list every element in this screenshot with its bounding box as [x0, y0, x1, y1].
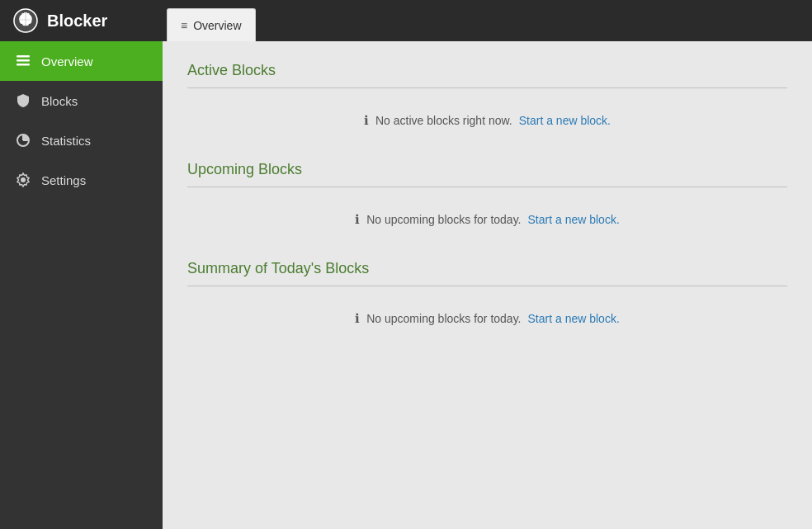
app-title: Blocker — [47, 12, 107, 31]
info-icon-active: ℹ — [364, 113, 369, 128]
message-text-upcoming: No upcoming blocks for today. — [366, 213, 521, 226]
sidebar-label-settings: Settings — [41, 173, 86, 187]
sidebar: Overview Blocks Statistics — [0, 41, 163, 529]
tab-overview-label: Overview — [193, 19, 241, 32]
divider-active-blocks — [187, 87, 787, 88]
statistics-icon — [15, 132, 31, 149]
divider-upcoming-blocks — [187, 187, 787, 187]
sidebar-item-settings[interactable]: Settings — [0, 160, 163, 200]
settings-icon — [15, 172, 31, 188]
info-icon-upcoming: ℹ — [355, 212, 360, 227]
message-active-blocks: ℹ No active blocks right now. Start a ne… — [187, 105, 787, 136]
sidebar-item-statistics[interactable]: Statistics — [0, 120, 163, 160]
content-area: Active Blocks ℹ No active blocks right n… — [163, 41, 812, 529]
sidebar-label-blocks: Blocks — [41, 94, 78, 108]
tab-overview[interactable]: ≡ Overview — [167, 8, 256, 41]
section-title-upcoming-blocks: Upcoming Blocks — [187, 161, 787, 178]
link-new-block-active[interactable]: Start a new block. — [519, 114, 611, 127]
svg-point-10 — [21, 177, 26, 182]
section-title-active-blocks: Active Blocks — [187, 62, 787, 79]
app-logo-area: Blocker — [0, 7, 163, 34]
message-text-active: No active blocks right now. — [375, 114, 512, 127]
divider-summary-blocks — [187, 286, 787, 286]
info-icon-summary: ℹ — [355, 311, 360, 326]
section-summary-blocks: Summary of Today's Blocks ℹ No upcoming … — [187, 260, 787, 334]
section-active-blocks: Active Blocks ℹ No active blocks right n… — [187, 62, 787, 136]
sidebar-label-statistics: Statistics — [41, 134, 91, 148]
svg-rect-4 — [17, 55, 30, 58]
message-text-summary: No upcoming blocks for today. — [366, 312, 521, 325]
overview-icon — [15, 53, 31, 69]
sidebar-item-blocks[interactable]: Blocks — [0, 81, 163, 120]
main-layout: Overview Blocks Statistics — [0, 41, 812, 529]
svg-rect-6 — [17, 64, 30, 66]
message-upcoming-blocks: ℹ No upcoming blocks for today. Start a … — [187, 204, 787, 235]
tab-bar: ≡ Overview — [163, 0, 256, 41]
top-bar: Blocker ≡ Overview — [0, 0, 812, 41]
section-upcoming-blocks: Upcoming Blocks ℹ No upcoming blocks for… — [187, 161, 787, 235]
link-new-block-summary[interactable]: Start a new block. — [528, 312, 620, 325]
svg-rect-5 — [17, 59, 30, 62]
blocks-icon — [15, 92, 31, 109]
link-new-block-upcoming[interactable]: Start a new block. — [528, 213, 620, 226]
tab-overview-icon: ≡ — [181, 19, 187, 32]
message-summary-blocks: ℹ No upcoming blocks for today. Start a … — [187, 303, 787, 334]
app-logo-icon — [12, 7, 39, 34]
sidebar-label-overview: Overview — [41, 54, 93, 68]
section-title-summary-blocks: Summary of Today's Blocks — [187, 260, 787, 277]
sidebar-item-overview[interactable]: Overview — [0, 41, 163, 81]
